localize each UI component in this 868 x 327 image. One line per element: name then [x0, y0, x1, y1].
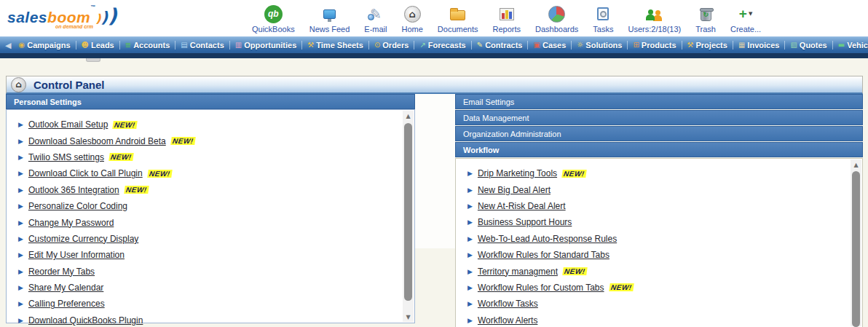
- list-item[interactable]: ▶Drip Marketing ToolsNEW!: [467, 165, 846, 181]
- list-item[interactable]: ▶Outlook 365 IntegrationNEW!: [18, 182, 400, 198]
- settings-link[interactable]: Personalize Color Coding: [28, 201, 127, 211]
- bullet-triangle-icon: ▶: [18, 251, 23, 259]
- list-item[interactable]: ▶New At-Risk Deal Alert: [467, 198, 846, 214]
- list-item[interactable]: ▶Outlook Email SetupNEW!: [18, 117, 400, 133]
- trademark-symbol: ™: [90, 4, 95, 9]
- scroll-up-icon[interactable]: ▲: [403, 111, 414, 121]
- toolbar-create[interactable]: +▼ Create...: [730, 4, 761, 34]
- right-scrollbar[interactable]: ▲: [851, 159, 861, 326]
- nav-back-arrow-icon[interactable]: ◀: [3, 41, 13, 50]
- settings-link[interactable]: Outlook Email Setup: [28, 119, 108, 130]
- toolbar-home[interactable]: ⌂ Home: [402, 4, 423, 34]
- list-item[interactable]: ▶Download Salesboom Android BetaNEW!: [18, 133, 400, 149]
- section-email-settings[interactable]: Email Settings: [455, 94, 863, 109]
- tab-vehicles[interactable]: ▬Vehicles: [832, 41, 868, 50]
- bullet-triangle-icon: ▶: [18, 121, 23, 128]
- settings-link[interactable]: Share My Calendar: [28, 283, 103, 293]
- settings-link[interactable]: Calling Preferences: [28, 299, 105, 309]
- list-item[interactable]: ▶Personalize Color Coding: [18, 198, 400, 214]
- tab-products[interactable]: ⊞Products: [627, 41, 681, 50]
- list-item[interactable]: ▶Workflow Rules for Custom TabsNEW!: [467, 280, 846, 296]
- list-item[interactable]: ▶Edit My User Information: [18, 247, 400, 263]
- settings-link[interactable]: Workflow Rules for Custom Tabs: [478, 283, 604, 293]
- tab-leads[interactable]: ☻Leads: [76, 41, 119, 50]
- settings-link[interactable]: Twilio SMS settings: [28, 152, 104, 162]
- scrollbar-thumb[interactable]: [852, 171, 860, 327]
- tab-opportunities[interactable]: ▥Opportunities: [229, 41, 302, 50]
- list-item[interactable]: ▶Workflow Rules for Standard Tabs: [467, 247, 846, 263]
- list-item[interactable]: ▶Download Click to Call PluginNEW!: [18, 165, 400, 181]
- settings-link[interactable]: Reorder My Tabs: [28, 267, 95, 277]
- settings-link[interactable]: Web-To-Lead Auto-Response Rules: [478, 234, 617, 244]
- toolbar-news-feed[interactable]: News Feed: [309, 4, 350, 34]
- bullet-triangle-icon: ▶: [18, 154, 23, 161]
- toolbar-email[interactable]: ✎ E-mail: [364, 4, 387, 34]
- scroll-up-icon[interactable]: ▲: [851, 159, 861, 170]
- list-item[interactable]: ▶Workflow Alerts: [467, 312, 846, 327]
- tab-cases[interactable]: ▣Cases: [527, 41, 571, 50]
- settings-link[interactable]: Change My Password: [28, 218, 114, 228]
- list-item[interactable]: ▶Business Support Hours: [467, 214, 846, 230]
- list-item[interactable]: ▶Territory managmentNEW!: [467, 263, 846, 279]
- settings-link[interactable]: Workflow Alerts: [478, 315, 537, 326]
- scroll-down-icon[interactable]: ▼: [403, 312, 414, 322]
- tab-forecasts[interactable]: ↗Forecasts: [414, 41, 470, 50]
- list-item[interactable]: ▶Web-To-Lead Auto-Response Rules: [467, 231, 846, 247]
- list-item[interactable]: ▶Workflow Tasks: [467, 296, 846, 312]
- tab-invoices[interactable]: ▦Invoices: [733, 41, 784, 50]
- settings-link[interactable]: New At-Risk Deal Alert: [478, 201, 566, 211]
- toolbar-reports[interactable]: Reports: [493, 4, 521, 34]
- settings-link[interactable]: Edit My User Information: [28, 250, 125, 260]
- toolbar-trash[interactable]: Trash: [695, 4, 716, 34]
- toolbar-label: E-mail: [364, 25, 387, 34]
- bullet-triangle-icon: ▶: [18, 235, 23, 243]
- toolbar-documents[interactable]: Documents: [438, 4, 478, 34]
- tab-campaigns[interactable]: ◉Campaigns: [13, 41, 75, 50]
- settings-link[interactable]: Territory managment: [478, 267, 558, 277]
- settings-link[interactable]: New Big Deal Alert: [478, 185, 551, 195]
- section-data-management[interactable]: Data Management: [455, 110, 863, 125]
- settings-link[interactable]: Workflow Tasks: [478, 299, 538, 309]
- settings-link[interactable]: Customize Currency Display: [28, 234, 138, 244]
- tab-contracts[interactable]: ✎Contracts: [471, 41, 528, 50]
- settings-link[interactable]: Drip Marketing Tools: [478, 168, 557, 178]
- settings-link[interactable]: Workflow Rules for Standard Tabs: [478, 250, 609, 260]
- tab-accounts[interactable]: ≡Accounts: [119, 41, 175, 50]
- list-item[interactable]: ▶Reorder My Tabs: [18, 264, 400, 280]
- control-panel-home-icon[interactable]: ⌂: [11, 77, 26, 92]
- bullet-triangle-icon: ▶: [467, 300, 473, 307]
- list-item[interactable]: ▶New Big Deal Alert: [467, 181, 846, 197]
- settings-link[interactable]: Download Salesboom Android Beta: [28, 136, 166, 146]
- tab-time-sheets[interactable]: ⚒Time Sheets: [301, 41, 368, 50]
- tab-quotes[interactable]: ▧Quotes: [784, 41, 832, 50]
- salesboom-logo[interactable]: salesboom™))) on demand crm: [7, 4, 117, 34]
- settings-link[interactable]: Outlook 365 Integration: [28, 185, 119, 195]
- list-item[interactable]: ▶Share My Calendar: [18, 280, 400, 296]
- list-item[interactable]: ▶Customize Currency Display: [18, 231, 400, 247]
- section-personal-settings[interactable]: Personal Settings: [6, 94, 415, 109]
- settings-link[interactable]: Download Click to Call Plugin: [28, 168, 143, 178]
- settings-link[interactable]: Business Support Hours: [478, 217, 572, 227]
- tab-contacts[interactable]: ▤Contacts: [175, 41, 229, 50]
- toolbar-users[interactable]: Users:2/18(13): [628, 4, 681, 34]
- section-organization-administration[interactable]: Organization Administration: [455, 126, 863, 141]
- section-workflow[interactable]: Workflow: [455, 142, 863, 157]
- tab-orders[interactable]: ⊙Orders: [368, 41, 414, 50]
- list-item[interactable]: ▶Download QuickBooks Plugin: [18, 312, 400, 327]
- tab-projects[interactable]: ⚒Projects: [682, 41, 733, 50]
- tab-solutions[interactable]: ☼Solutions: [571, 41, 627, 50]
- list-item[interactable]: ▶Calling Preferences: [18, 296, 400, 312]
- toolbar-quickbooks[interactable]: qb QuickBooks: [252, 4, 295, 34]
- toolbar-dashboards[interactable]: Dashboards: [535, 4, 578, 34]
- toolbar-label: QuickBooks: [252, 25, 295, 34]
- collapse-handle[interactable]: [86, 58, 100, 62]
- toolbar-label: Trash: [695, 25, 716, 34]
- bullet-triangle-icon: ▶: [18, 138, 23, 145]
- left-scrollbar[interactable]: ▲ ▼: [403, 111, 414, 322]
- scrollbar-thumb[interactable]: [404, 123, 412, 301]
- logo-swoosh-icon: ): [95, 12, 100, 25]
- settings-link[interactable]: Download QuickBooks Plugin: [28, 315, 143, 326]
- list-item[interactable]: ▶Change My Password: [18, 214, 400, 230]
- list-item[interactable]: ▶Twilio SMS settingsNEW!: [18, 149, 400, 165]
- toolbar-tasks[interactable]: Tasks: [593, 4, 613, 34]
